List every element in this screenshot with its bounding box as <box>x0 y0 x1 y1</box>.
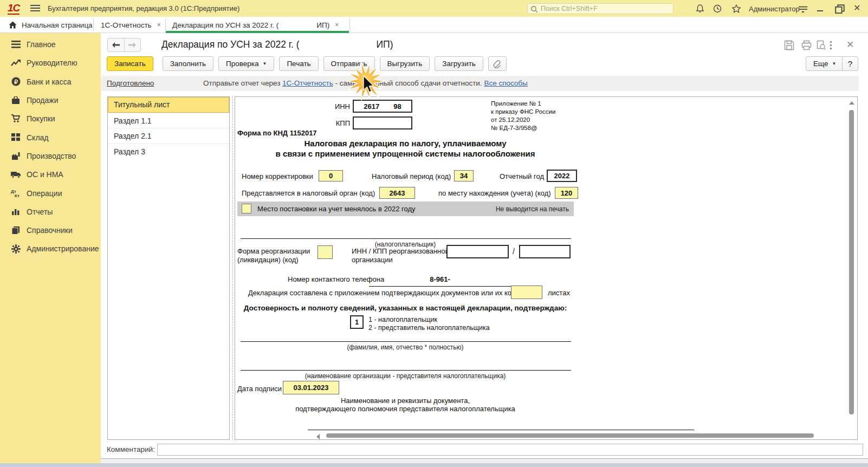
section-1-1[interactable]: Раздел 1.1 <box>108 113 229 128</box>
reorg-kpp-field[interactable] <box>519 245 571 258</box>
title-bar: 1С Бухгалтерия предприятия, редакция 3.0… <box>0 0 868 17</box>
reorg-label: Форма реорганизации <box>237 247 310 255</box>
sidebar-item-purchases[interactable]: Покупки <box>0 109 101 128</box>
bottom-strip <box>101 458 868 463</box>
hscroll-thumb[interactable] <box>326 433 814 438</box>
tab-label: Декларация по УСН за 2022 г. ( <box>172 21 278 29</box>
vscroll-up-arrow[interactable] <box>849 101 854 105</box>
sidebar-item-warehouse[interactable]: Склад <box>0 128 101 146</box>
favorites-icon[interactable] <box>731 4 741 14</box>
forward-button[interactable] <box>125 38 141 51</box>
sidebar-item-reports[interactable]: Отчеты <box>0 203 101 221</box>
sidebar-label: Продажи <box>27 96 58 105</box>
window-close-button[interactable]: ✕ <box>853 3 860 13</box>
comment-input[interactable] <box>157 444 863 456</box>
tab-close-icon[interactable]: × <box>335 21 339 29</box>
section-3[interactable]: Раздел 3 <box>108 144 229 159</box>
splitter[interactable] <box>232 96 233 440</box>
sidebar-item-operations[interactable]: ДтКт Операции <box>0 184 101 202</box>
not-printed-label: Не выводится на печать <box>496 205 569 213</box>
sidebar: Главное Руководителю ₽ Банк и касса Прод… <box>0 33 101 463</box>
search-input[interactable] <box>541 5 665 12</box>
notifications-icon[interactable] <box>695 4 705 14</box>
vscroll-thumb[interactable] <box>849 110 854 414</box>
check-button[interactable]: Проверка▼ <box>218 56 274 71</box>
sidebar-item-administration[interactable]: Администрирование <box>0 239 101 258</box>
minimize-button[interactable] <box>817 3 825 12</box>
tab-label: 1С-Отчетность <box>101 21 152 29</box>
print-icon[interactable] <box>801 40 812 50</box>
reorg-inn-label: ИНН / КПП реорганизованной <box>352 247 449 255</box>
year-field[interactable]: 2022 <box>547 170 577 182</box>
page-title: Декларация по УСН за 2022 г. (ИП) <box>161 39 393 50</box>
history-icon[interactable] <box>712 4 722 14</box>
confirm-title: Достоверность и полноту сведений, указан… <box>235 304 575 312</box>
section-2-1[interactable]: Раздел 2.1 <box>108 128 229 144</box>
sidebar-item-bank[interactable]: ₽ Банк и касса <box>0 73 101 91</box>
attach-suffix: листах <box>548 289 570 297</box>
form-close-icon[interactable]: ✕ <box>846 39 854 50</box>
taxpayer-line <box>241 238 571 239</box>
tab-home-label: Начальная страница <box>22 21 93 29</box>
comment-label: Комментарий: <box>107 445 155 453</box>
form-title-line2: в связи с применением упрощенной системы… <box>235 149 575 158</box>
sidebar-label: Банк и касса <box>27 77 71 86</box>
reg-change-checkbox[interactable] <box>242 204 251 213</box>
sidebar-item-sales[interactable]: Продажи <box>0 91 101 109</box>
reorg-code-field[interactable] <box>318 245 333 259</box>
service-menu-icon[interactable] <box>798 5 808 15</box>
all-ways-link[interactable]: Все способы <box>484 79 527 87</box>
back-button[interactable] <box>108 38 124 51</box>
sidebar-item-manager[interactable]: Руководителю <box>0 54 101 72</box>
tab-1c-reporting[interactable]: 1С-Отчетность × <box>94 17 165 33</box>
write-button[interactable]: Записать <box>107 56 153 71</box>
more-button[interactable]: Еще▼ <box>806 56 844 71</box>
confirm-code-field[interactable]: 1 <box>350 315 364 329</box>
status-bar: Подготовлено Отправьте отчет через 1С-От… <box>101 76 859 91</box>
sign-date-label: Дата подписи <box>237 385 282 393</box>
kpp-label: КПП <box>316 119 350 127</box>
location-field[interactable]: 120 <box>555 187 578 199</box>
declaration-form: ИНН 261798 КПП Форма по КНД 1152017 Прил… <box>235 96 858 440</box>
toolbar: Записать Заполнить Проверка▼ Печать Отпр… <box>107 56 507 71</box>
sidebar-label: ОС и НМА <box>27 170 63 179</box>
sidebar-item-fixed-assets[interactable]: ОС и НМА <box>0 165 101 184</box>
sidebar-label: Отчеты <box>27 207 53 216</box>
load-button[interactable]: Загрузить <box>435 56 483 71</box>
window-bottom-strip <box>0 463 868 467</box>
help-button[interactable]: ? <box>842 56 858 71</box>
section-title-page[interactable]: Титульный лист <box>108 97 229 113</box>
1c-reporting-link[interactable]: 1С-Отчетность <box>282 79 333 87</box>
attach-pages-field[interactable] <box>511 286 542 299</box>
kpp-field[interactable] <box>353 116 412 129</box>
sidebar-item-production[interactable]: Производство <box>0 147 101 165</box>
reorg-inn-field[interactable] <box>446 245 509 258</box>
hscroll-left-arrow[interactable] <box>316 434 320 439</box>
status-state-link[interactable]: Подготовлено <box>107 79 154 87</box>
truck-icon <box>9 171 22 178</box>
global-search[interactable] <box>527 3 673 14</box>
more-dots-icon[interactable] <box>830 41 832 50</box>
active-tab-indicator <box>166 31 349 33</box>
preview-icon[interactable] <box>816 40 826 50</box>
tab-home[interactable]: Начальная страница <box>0 17 93 33</box>
save-icon[interactable] <box>784 40 794 50</box>
doc-line2: подтверждающего полномочия представителя… <box>235 405 575 413</box>
authority-field[interactable]: 2643 <box>379 187 415 199</box>
restore-button[interactable] <box>835 4 845 14</box>
sign-date-field[interactable]: 03.01.2023 <box>283 381 339 394</box>
print-button[interactable]: Печать <box>279 56 318 71</box>
sidebar-item-main[interactable]: Главное <box>0 35 101 54</box>
correction-field[interactable]: 0 <box>319 170 343 181</box>
tab-close-icon[interactable]: × <box>157 21 161 29</box>
bag-icon <box>9 96 22 105</box>
current-user[interactable]: Администратор <box>749 5 800 13</box>
attachment-button[interactable] <box>488 56 507 71</box>
fill-button[interactable]: Заполнить <box>163 56 213 71</box>
period-field[interactable]: 34 <box>454 170 474 181</box>
phone-value[interactable]: 8-961- <box>369 275 511 283</box>
fio-line <box>241 341 571 342</box>
main-menu-icon[interactable] <box>30 5 40 12</box>
sidebar-label: Руководителю <box>27 59 77 67</box>
sidebar-item-directories[interactable]: Справочники <box>0 221 101 239</box>
